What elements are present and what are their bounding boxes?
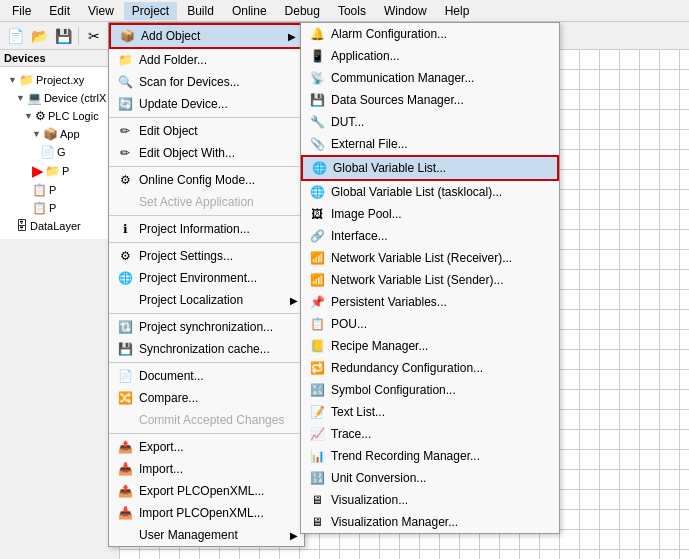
g-icon: 📄 bbox=[40, 145, 55, 159]
submenu-unit-conversion[interactable]: 🔢 Unit Conversion... bbox=[301, 467, 559, 489]
export-icon: 📤 bbox=[117, 439, 133, 455]
submenu-recipe-manager[interactable]: 📒 Recipe Manager... bbox=[301, 335, 559, 357]
menu-view[interactable]: View bbox=[80, 2, 122, 20]
dut-icon: 🔧 bbox=[309, 114, 325, 130]
submenu-persistent-vars[interactable]: 📌 Persistent Variables... bbox=[301, 291, 559, 313]
toolbar-save[interactable]: 💾 bbox=[52, 25, 74, 47]
project-menu-edit-object-with[interactable]: ✏ Edit Object With... bbox=[109, 142, 304, 164]
project-menu-user-mgmt[interactable]: User Management ▶ bbox=[109, 524, 304, 546]
submenu-image-pool[interactable]: 🖼 Image Pool... bbox=[301, 203, 559, 225]
menu-window[interactable]: Window bbox=[376, 2, 435, 20]
menu-sep-1 bbox=[109, 117, 304, 118]
project-menu-export-plc[interactable]: 📤 Export PLCOpenXML... bbox=[109, 480, 304, 502]
project-menu-update-device[interactable]: 🔄 Update Device... bbox=[109, 93, 304, 115]
menu-project[interactable]: Project bbox=[124, 2, 177, 20]
submenu-visualization-manager[interactable]: 🖥 Visualization Manager... bbox=[301, 511, 559, 533]
menu-help[interactable]: Help bbox=[437, 2, 478, 20]
project-menu-export[interactable]: 📤 Export... bbox=[109, 436, 304, 458]
alarm-config-icon: 🔔 bbox=[309, 26, 325, 42]
sync-cache-icon: 💾 bbox=[117, 341, 133, 357]
tree-arrow-device: ▼ bbox=[16, 93, 25, 103]
project-menu-project-env[interactable]: 🌐 Project Environment... bbox=[109, 267, 304, 289]
submenu-network-receiver[interactable]: 📶 Network Variable List (Receiver)... bbox=[301, 247, 559, 269]
submenu-interface[interactable]: 🔗 Interface... bbox=[301, 225, 559, 247]
submenu-visualization[interactable]: 🖥 Visualization... bbox=[301, 489, 559, 511]
submenu-trace[interactable]: 📈 Trace... bbox=[301, 423, 559, 445]
project-menu-add-object[interactable]: 📦 Add Object ▶ bbox=[109, 23, 304, 49]
visualization-icon: 🖥 bbox=[309, 492, 325, 508]
menu-build[interactable]: Build bbox=[179, 2, 222, 20]
tree-label-app: App bbox=[60, 128, 80, 140]
edit-object-with-label: Edit Object With... bbox=[139, 146, 235, 160]
submenu-text-list[interactable]: 📝 Text List... bbox=[301, 401, 559, 423]
project-menu-scan-devices[interactable]: 🔍 Scan for Devices... bbox=[109, 71, 304, 93]
menu-online[interactable]: Online bbox=[224, 2, 275, 20]
interface-label: Interface... bbox=[331, 229, 388, 243]
project-settings-label: Project Settings... bbox=[139, 249, 233, 263]
menu-debug[interactable]: Debug bbox=[277, 2, 328, 20]
online-config-icon: ⚙ bbox=[117, 172, 133, 188]
menu-edit[interactable]: Edit bbox=[41, 2, 78, 20]
tree-item-p1[interactable]: ▶ 📁 P bbox=[0, 161, 119, 181]
devices-label: Devices bbox=[0, 50, 119, 67]
tree-item-g[interactable]: 📄 G bbox=[0, 143, 119, 161]
submenu-comm-manager[interactable]: 📡 Communication Manager... bbox=[301, 67, 559, 89]
tree-item-project[interactable]: ▼ 📁 Project.xy bbox=[0, 71, 119, 89]
submenu-trend-recording[interactable]: 📊 Trend Recording Manager... bbox=[301, 445, 559, 467]
dut-label: DUT... bbox=[331, 115, 364, 129]
project-menu-document[interactable]: 📄 Document... bbox=[109, 365, 304, 387]
toolbar-cut[interactable]: ✂ bbox=[83, 25, 105, 47]
submenu-external-file[interactable]: 📎 External File... bbox=[301, 133, 559, 155]
online-config-label: Online Config Mode... bbox=[139, 173, 255, 187]
tree-item-datalayer[interactable]: 🗄 DataLayer bbox=[0, 217, 119, 235]
commit-label: Commit Accepted Changes bbox=[139, 413, 284, 427]
project-menu-online-config[interactable]: ⚙ Online Config Mode... bbox=[109, 169, 304, 191]
toolbar-sep1 bbox=[78, 27, 79, 45]
interface-icon: 🔗 bbox=[309, 228, 325, 244]
submenu-redundancy-config[interactable]: 🔁 Redundancy Configuration... bbox=[301, 357, 559, 379]
tree-item-p3[interactable]: 📋 P bbox=[0, 199, 119, 217]
menu-file[interactable]: File bbox=[4, 2, 39, 20]
tree-item-app[interactable]: ▼ 📦 App bbox=[0, 125, 119, 143]
project-menu-import-plc[interactable]: 📥 Import PLCOpenXML... bbox=[109, 502, 304, 524]
project-menu-project-settings[interactable]: ⚙ Project Settings... bbox=[109, 245, 304, 267]
project-menu-project-info[interactable]: ℹ Project Information... bbox=[109, 218, 304, 240]
project-info-icon: ℹ bbox=[117, 221, 133, 237]
add-folder-label: Add Folder... bbox=[139, 53, 207, 67]
project-menu-sync-cache[interactable]: 💾 Synchronization cache... bbox=[109, 338, 304, 360]
submenu-alarm-config[interactable]: 🔔 Alarm Configuration... bbox=[301, 23, 559, 45]
device-icon: 💻 bbox=[27, 91, 42, 105]
project-info-label: Project Information... bbox=[139, 222, 250, 236]
project-menu-sync[interactable]: 🔃 Project synchronization... bbox=[109, 316, 304, 338]
submenu-symbol-config[interactable]: 🔣 Symbol Configuration... bbox=[301, 379, 559, 401]
tree-item-plclogic[interactable]: ▼ ⚙ PLC Logic bbox=[0, 107, 119, 125]
submenu-pou[interactable]: 📋 POU... bbox=[301, 313, 559, 335]
tree-label-p3: P bbox=[49, 202, 56, 214]
project-menu-compare[interactable]: 🔀 Compare... bbox=[109, 387, 304, 409]
submenu-global-var-tasklocal[interactable]: 🌐 Global Variable List (tasklocal)... bbox=[301, 181, 559, 203]
submenu-dut[interactable]: 🔧 DUT... bbox=[301, 111, 559, 133]
tree-item-device[interactable]: ▼ 💻 Device (ctrlX bbox=[0, 89, 119, 107]
toolbar-open[interactable]: 📂 bbox=[28, 25, 50, 47]
menu-tools[interactable]: Tools bbox=[330, 2, 374, 20]
project-local-icon bbox=[117, 292, 133, 308]
project-menu-import[interactable]: 📥 Import... bbox=[109, 458, 304, 480]
tree-item-p2[interactable]: 📋 P bbox=[0, 181, 119, 199]
project-menu-project-localization[interactable]: Project Localization ▶ bbox=[109, 289, 304, 311]
visualization-label: Visualization... bbox=[331, 493, 408, 507]
project-menu-add-folder[interactable]: 📁 Add Folder... bbox=[109, 49, 304, 71]
submenu-network-sender[interactable]: 📶 Network Variable List (Sender)... bbox=[301, 269, 559, 291]
project-menu-edit-object[interactable]: ✏ Edit Object bbox=[109, 120, 304, 142]
submenu-application[interactable]: 📱 Application... bbox=[301, 45, 559, 67]
recipe-manager-label: Recipe Manager... bbox=[331, 339, 428, 353]
text-list-label: Text List... bbox=[331, 405, 385, 419]
trend-recording-icon: 📊 bbox=[309, 448, 325, 464]
global-var-tasklocal-label: Global Variable List (tasklocal)... bbox=[331, 185, 502, 199]
toolbar-new[interactable]: 📄 bbox=[4, 25, 26, 47]
submenu-data-sources[interactable]: 💾 Data Sources Manager... bbox=[301, 89, 559, 111]
user-mgmt-icon bbox=[117, 527, 133, 543]
symbol-config-label: Symbol Configuration... bbox=[331, 383, 456, 397]
submenu-global-var-list[interactable]: 🌐 Global Variable List... bbox=[301, 155, 559, 181]
menu-sep-2 bbox=[109, 166, 304, 167]
commit-icon bbox=[117, 412, 133, 428]
